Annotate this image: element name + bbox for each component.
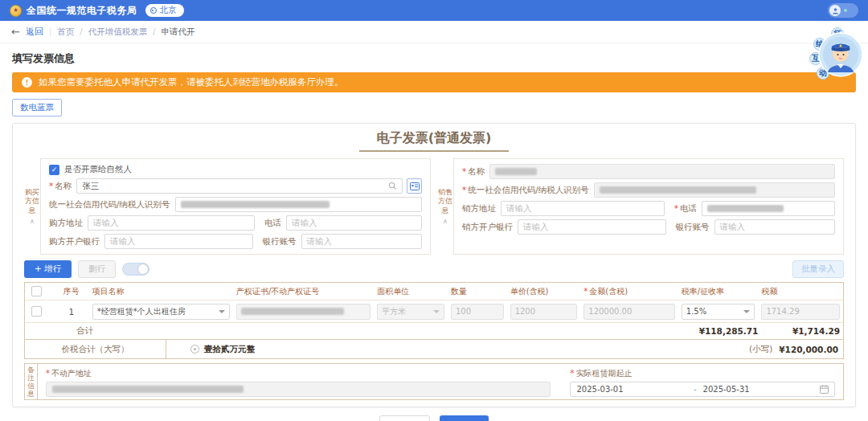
redacted-value — [241, 308, 344, 315]
seller-panel: 销售方信息 ∧ *名称 *统一社会信用代码/纳税人识别号 销方地址 请输入 *电… — [437, 158, 844, 255]
chevron-down-icon — [433, 310, 440, 313]
redacted-value — [707, 205, 784, 212]
seller-phone-input[interactable] — [702, 201, 835, 216]
buyer-bank-label: 购方开户银行 — [49, 236, 100, 247]
bulk-entry-button: 批量录入 — [792, 260, 844, 278]
buyer-name-input[interactable]: 张三 — [76, 178, 403, 194]
buyer-panel-label: 购买方信息 ∧ — [24, 158, 40, 255]
lease-period-label: *实际租赁期起止 — [570, 368, 835, 379]
chevron-down-icon — [219, 310, 225, 313]
certificate-input — [236, 304, 371, 320]
estate-address-label: *不动产地址 — [46, 368, 551, 379]
lease-end-date[interactable]: 2025-05-31 — [697, 385, 820, 394]
tax-assistant-widget[interactable]: 征 纳 互 动 — [805, 27, 865, 87]
top-header-bar: ★ 全国统一规范电子税务局 北京 — [0, 0, 868, 21]
seller-account-input[interactable]: 请输入 — [714, 219, 835, 235]
lease-start-date[interactable]: 2025-03-01 — [576, 385, 693, 394]
redacted-value — [600, 186, 756, 194]
col-header-item-name: 项目名称 — [89, 286, 233, 297]
warning-banner: ! 如果您需要委托他人申请代开发票，请被委托人到经营地办税服务厅办理。 — [12, 72, 856, 92]
breadcrumb-home[interactable]: 首页 — [57, 27, 74, 38]
app-title: 全国统一规范电子税务局 — [27, 4, 137, 18]
unit-price-input: 1200 — [510, 304, 578, 320]
buyer-account-input[interactable]: 请输入 — [301, 234, 422, 249]
total-tax: ¥1,714.29 — [758, 326, 843, 336]
seller-bank-input[interactable]: 请输入 — [518, 219, 666, 235]
seller-address-input[interactable]: 请输入 — [501, 201, 665, 216]
buyer-taxid-input[interactable] — [175, 197, 422, 212]
col-header-amount: *金额(含税) — [580, 286, 678, 297]
item-row: 1 *经营租赁*个人出租住房 平方米 100 1200 120000.00 1.… — [25, 300, 843, 323]
buyer-name-value: 张三 — [82, 181, 99, 192]
buyer-address-input[interactable]: 请输入 — [88, 215, 255, 231]
row-checkbox[interactable] — [31, 306, 42, 317]
breadcrumb-separator: / — [80, 27, 82, 36]
col-header-certificate: 产权证书/不动产权证号 — [233, 286, 374, 297]
seller-bank-label: 销方开户银行 — [462, 222, 513, 233]
delete-row-button: 删行 — [78, 260, 116, 278]
buyer-phone-input[interactable]: 请输入 — [286, 215, 422, 231]
redacted-value — [52, 386, 244, 393]
chevron-down-icon — [743, 310, 750, 313]
natural-person-label: 是否开票给自然人 — [64, 164, 132, 175]
region-selector[interactable]: 北京 — [145, 4, 184, 17]
seller-taxid-input — [594, 182, 835, 198]
breadcrumb-current: 申请代开 — [162, 27, 195, 38]
search-icon[interactable] — [388, 182, 397, 190]
back-arrow-icon[interactable]: ← — [11, 26, 20, 38]
breadcrumb-separator: / — [153, 27, 155, 36]
grand-total-in-words: 壹拾贰万元整 — [204, 344, 255, 355]
tax-rate-select[interactable]: 1.5% — [682, 304, 755, 320]
grand-total-numeric-value: ¥120,000.00 — [779, 345, 838, 354]
seller-panel-label: 销售方信息 ∧ — [437, 158, 453, 255]
invoice-form-title: 电子发票(普通发票) — [359, 130, 510, 152]
status-dot-icon — [844, 9, 847, 12]
col-header-unit-price: 单价(含税) — [507, 286, 581, 297]
area-unit-select: 平方米 — [377, 304, 444, 320]
seller-address-label: 销方地址 — [462, 203, 496, 215]
tax-inclusive-toggle[interactable] — [122, 263, 149, 276]
grand-total-row: 价税合计（大写） 壹拾贰万元整 (小写) ¥120,000.00 — [24, 340, 844, 359]
buyer-phone-label: 电话 — [264, 218, 281, 229]
collapse-caret-icon[interactable]: ∧ — [30, 218, 35, 225]
back-button[interactable]: 返回 — [26, 26, 43, 38]
collapse-caret-icon[interactable]: ∧ — [443, 218, 448, 225]
calendar-icon[interactable] — [820, 385, 829, 394]
lease-period-range-input[interactable]: 2025-03-01 - 2025-05-31 — [570, 382, 835, 397]
col-header-index: 序号 — [54, 286, 89, 297]
invoice-form-card: 电子发票(普通发票) 购买方信息 ∧ ✓ 是否开票给自然人 *名称 张三 — [12, 123, 856, 407]
buyer-account-label: 银行账号 — [263, 236, 297, 247]
items-table-header: 序号 项目名称 产权证书/不动产权证号 面积单位 数量 单价(含税) *金额(含… — [25, 283, 843, 300]
id-card-button[interactable] — [407, 178, 422, 194]
next-step-button[interactable]: 下一步 — [440, 415, 489, 421]
estate-address-input — [46, 382, 551, 397]
grand-total-numeric-label: (小写) — [749, 344, 772, 355]
select-all-checkbox[interactable] — [31, 286, 42, 296]
col-header-area-unit: 面积单位 — [374, 286, 448, 297]
item-name-select[interactable]: *经营租赁*个人出租住房 — [92, 304, 230, 320]
location-icon — [150, 7, 157, 14]
total-label: 合计 — [76, 325, 93, 337]
breadcrumb-invoice-agency[interactable]: 代开增值税发票 — [88, 27, 148, 38]
user-menu[interactable] — [828, 3, 858, 18]
tax-amount-input: 1714.29 — [761, 304, 840, 320]
info-icon: ! — [22, 77, 32, 88]
natural-person-checkbox[interactable]: ✓ — [49, 165, 59, 175]
seller-taxid-label: *统一社会信用代码/纳税人识别号 — [462, 185, 589, 196]
col-header-quantity: 数量 — [448, 286, 507, 297]
radio-dot-icon — [190, 345, 199, 354]
totals-row: 合计 ¥118,285.71 ¥1,714.29 — [25, 323, 843, 339]
toggle-knob — [138, 264, 148, 274]
seller-account-label: 银行账号 — [676, 222, 710, 233]
page-title: 填写发票信息 — [12, 51, 856, 66]
invoice-type-tag-button[interactable]: 数电蓝票 — [12, 99, 62, 116]
col-header-tax-rate: 税率/征收率 — [678, 286, 759, 297]
buyer-panel: 购买方信息 ∧ ✓ 是否开票给自然人 *名称 张三 — [24, 158, 431, 255]
row-index: 1 — [54, 307, 89, 317]
previous-step-button[interactable]: 上一步 — [379, 415, 430, 421]
total-amount: ¥118,285.71 — [25, 326, 758, 336]
quantity-input: 100 — [451, 304, 504, 320]
items-table: 序号 项目名称 产权证书/不动产权证号 面积单位 数量 单价(含税) *金额(含… — [24, 282, 844, 340]
buyer-bank-input[interactable]: 请输入 — [104, 234, 253, 249]
add-row-button[interactable]: + 增行 — [24, 260, 72, 278]
